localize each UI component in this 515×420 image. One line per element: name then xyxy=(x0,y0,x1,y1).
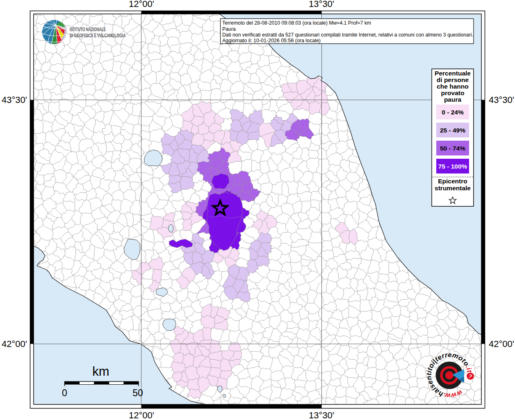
svg-text:Paura: Paura xyxy=(222,26,236,32)
svg-text:25 - 49%: 25 - 49% xyxy=(440,127,465,134)
svg-text:0 - 24%: 0 - 24% xyxy=(442,109,464,116)
svg-text:12°00': 12°00' xyxy=(129,410,154,420)
svg-text:42°00': 42°00' xyxy=(489,339,514,349)
svg-text:km: km xyxy=(92,364,109,379)
svg-text:ISTITUTO NAZIONALE: ISTITUTO NAZIONALE xyxy=(70,26,106,32)
svg-text:paura: paura xyxy=(444,96,462,103)
svg-text:43°30': 43°30' xyxy=(2,95,27,105)
svg-text:che hanno: che hanno xyxy=(437,83,469,90)
svg-text:50: 50 xyxy=(132,388,143,398)
svg-text:75 - 100%: 75 - 100% xyxy=(438,163,467,170)
svg-text:Epicentro: Epicentro xyxy=(438,178,467,185)
svg-text:di persone: di persone xyxy=(437,76,469,83)
svg-text:50 - 74%: 50 - 74% xyxy=(440,145,465,152)
svg-text:Dati non verificati estratti d: Dati non verificati estratti da 527 ques… xyxy=(222,32,473,38)
svg-text:0: 0 xyxy=(62,388,67,398)
svg-text:Terremoto del 28-08-2010 09:08: Terremoto del 28-08-2010 09:08:03 (ora l… xyxy=(222,20,371,26)
svg-text:42°00': 42°00' xyxy=(2,339,27,349)
svg-text:provato: provato xyxy=(441,89,465,96)
svg-text:43°30': 43°30' xyxy=(489,95,514,105)
svg-text:Aggiornato il: 10-01-2026 05:5: Aggiornato il: 10-01-2026 05:56 (ora loc… xyxy=(222,38,321,43)
svg-text:13°30': 13°30' xyxy=(309,410,334,420)
svg-text:12°00': 12°00' xyxy=(129,0,154,9)
svg-text:strumentale: strumentale xyxy=(435,185,471,192)
svg-text:Percentuale: Percentuale xyxy=(435,70,471,77)
svg-text:13°30': 13°30' xyxy=(309,0,334,9)
svg-text:DI GEOFISICA E VULCANOLOGIA: DI GEOFISICA E VULCANOLOGIA xyxy=(70,32,125,39)
